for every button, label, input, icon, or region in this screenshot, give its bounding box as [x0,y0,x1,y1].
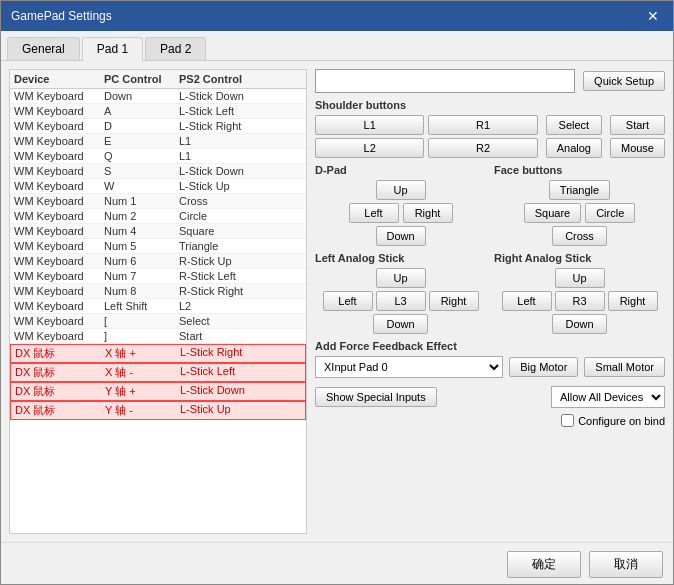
main-window: GamePad Settings ✕ General Pad 1 Pad 2 D… [0,0,674,585]
main-content: Device PC Control PS2 Control WM Keyboar… [1,61,673,542]
tab-bar: General Pad 1 Pad 2 [1,31,673,61]
big-motor-button[interactable]: Big Motor [509,357,578,377]
tab-general[interactable]: General [7,37,80,60]
square-button[interactable]: Square [524,203,581,223]
right-analog-title: Right Analog Stick [494,252,665,264]
dpad-left-button[interactable]: Left [349,203,399,223]
ok-button[interactable]: 确定 [507,551,581,578]
cancel-button[interactable]: 取消 [589,551,663,578]
table-row[interactable]: WM KeyboardLeft ShiftL2 [10,299,306,314]
table-row[interactable]: WM KeyboardNum 6R-Stick Up [10,254,306,269]
left-l3-button[interactable]: L3 [376,291,426,311]
dpad-down-button[interactable]: Down [376,226,426,246]
top-row: Quick Setup [315,69,665,93]
select-button[interactable]: Select [546,115,602,135]
dpad-up-button[interactable]: Up [376,180,426,200]
table-row[interactable]: WM KeyboardAL-Stick Left [10,104,306,119]
quick-setup-button[interactable]: Quick Setup [583,71,665,91]
right-r3-button[interactable]: R3 [555,291,605,311]
cross-button[interactable]: Cross [552,226,607,246]
footer: 确定 取消 [1,542,673,584]
analog-row: Left Analog Stick Up Left L3 Right Down [315,252,665,334]
right-analog-up-button[interactable]: Up [555,268,605,288]
col-device: Device [14,73,104,85]
configure-row: Configure on bind [315,414,665,427]
search-input[interactable] [315,69,575,93]
right-analog-down-button[interactable]: Down [552,314,607,334]
force-section: Add Force Feedback Effect XInput Pad 0 B… [315,340,665,378]
force-title: Add Force Feedback Effect [315,340,665,352]
l1-button[interactable]: L1 [315,115,424,135]
dpad-face-row: D-Pad Up Left Right Down [315,164,665,246]
table-row[interactable]: DX 鼠标X 轴 +L-Stick Right [10,344,306,363]
table-row[interactable]: WM KeyboardEL1 [10,134,306,149]
table-row[interactable]: WM KeyboardWL-Stick Up [10,179,306,194]
window-title: GamePad Settings [11,9,112,23]
table-row[interactable]: WM KeyboardNum 4Square [10,224,306,239]
col-pc: PC Control [104,73,179,85]
table-body[interactable]: WM KeyboardDownL-Stick DownWM KeyboardAL… [10,89,306,533]
left-analog-section: Left Analog Stick Up Left L3 Right Down [315,252,486,334]
table-row[interactable]: WM KeyboardDownL-Stick Down [10,89,306,104]
title-bar: GamePad Settings ✕ [1,1,673,31]
triangle-button[interactable]: Triangle [549,180,610,200]
table-row[interactable]: DX 鼠标Y 轴 -L-Stick Up [10,401,306,420]
left-analog-down-button[interactable]: Down [373,314,428,334]
tab-pad1[interactable]: Pad 1 [82,37,143,61]
col-ps2: PS2 Control [179,73,289,85]
dpad-right-button[interactable]: Right [403,203,453,223]
table-row[interactable]: DX 鼠标Y 轴 +L-Stick Down [10,382,306,401]
configure-on-bind-label: Configure on bind [578,415,665,427]
table-row[interactable]: WM KeyboardNum 2Circle [10,209,306,224]
bottom-controls: Show Special Inputs Allow All Devices [315,386,665,408]
table-row[interactable]: WM Keyboard[Select [10,314,306,329]
table-row[interactable]: WM KeyboardNum 8R-Stick Right [10,284,306,299]
xinput-select[interactable]: XInput Pad 0 [315,356,503,378]
left-analog-title: Left Analog Stick [315,252,486,264]
tab-pad2[interactable]: Pad 2 [145,37,206,60]
right-analog-section: Right Analog Stick Up Left R3 Right Down [494,252,665,334]
configure-on-bind-checkbox[interactable] [561,414,574,427]
table-row[interactable]: WM KeyboardNum 7R-Stick Left [10,269,306,284]
mouse-button[interactable]: Mouse [610,138,665,158]
table-row[interactable]: DX 鼠标X 轴 -L-Stick Left [10,363,306,382]
right-panel: Quick Setup Shoulder buttons L1 R1 L2 R2 [315,69,665,534]
table-row[interactable]: WM KeyboardNum 5Triangle [10,239,306,254]
show-special-button[interactable]: Show Special Inputs [315,387,437,407]
close-button[interactable]: ✕ [643,6,663,26]
circle-button[interactable]: Circle [585,203,635,223]
table-row[interactable]: WM Keyboard]Start [10,329,306,344]
left-analog-up-button[interactable]: Up [376,268,426,288]
table-row[interactable]: WM KeyboardSL-Stick Down [10,164,306,179]
r2-button[interactable]: R2 [428,138,537,158]
dpad-section: D-Pad Up Left Right Down [315,164,486,246]
r1-button[interactable]: R1 [428,115,537,135]
table-row[interactable]: WM KeyboardNum 1Cross [10,194,306,209]
face-title: Face buttons [494,164,665,176]
device-table: Device PC Control PS2 Control WM Keyboar… [9,69,307,534]
dpad-title: D-Pad [315,164,486,176]
face-section: Face buttons Triangle Square Circle Cros… [494,164,665,246]
right-analog-left-button[interactable]: Left [502,291,552,311]
small-motor-button[interactable]: Small Motor [584,357,665,377]
analog-button[interactable]: Analog [546,138,602,158]
left-analog-left-button[interactable]: Left [323,291,373,311]
start-button[interactable]: Start [610,115,665,135]
table-row[interactable]: WM KeyboardQL1 [10,149,306,164]
table-header: Device PC Control PS2 Control [10,70,306,89]
shoulder-section: Shoulder buttons L1 R1 L2 R2 Select [315,99,665,158]
left-analog-right-button[interactable]: Right [429,291,479,311]
shoulder-title: Shoulder buttons [315,99,665,111]
table-row[interactable]: WM KeyboardDL-Stick Right [10,119,306,134]
l2-button[interactable]: L2 [315,138,424,158]
right-analog-right-button[interactable]: Right [608,291,658,311]
allow-devices-select[interactable]: Allow All Devices [551,386,665,408]
